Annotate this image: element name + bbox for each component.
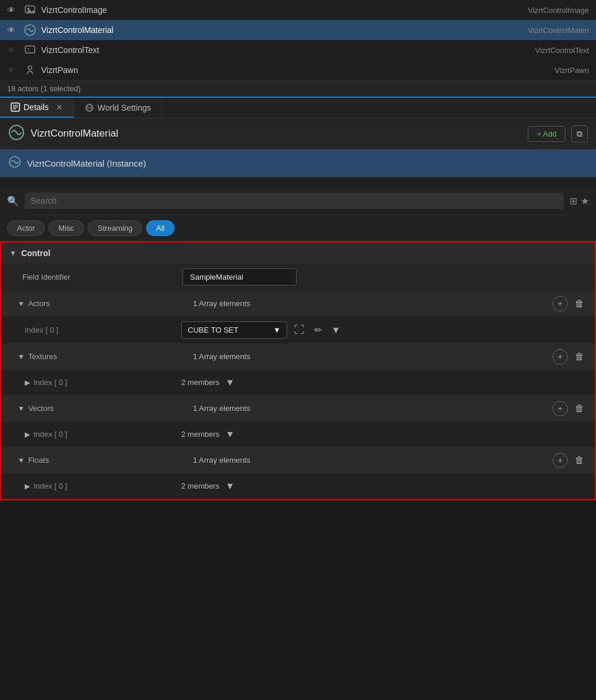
textures-members: 2 members ▼: [181, 376, 237, 389]
textures-add-button[interactable]: ＋: [552, 349, 568, 364]
control-section-header[interactable]: ▼ Control: [1, 243, 595, 264]
actors-index0-row: Index [ 0 ] CUBE TO SET ▼ ⛶ ✏ ▼: [1, 317, 595, 344]
textures-delete-button[interactable]: 🗑: [572, 350, 587, 363]
vectors-delete-button[interactable]: 🗑: [572, 402, 587, 415]
actor-count-bar: 18 actors (1 selected): [0, 81, 596, 98]
vectors-members: 2 members ▼: [181, 428, 237, 441]
vectors-index0-dropdown[interactable]: ▼: [223, 428, 237, 441]
tab-world-settings[interactable]: World Settings: [74, 98, 162, 118]
actors-index0-label: Index [ 0 ]: [25, 326, 181, 334]
filter-misc[interactable]: Misc: [48, 220, 84, 236]
vectors-index0-chevron[interactable]: ▶: [25, 430, 30, 439]
actors-add-button[interactable]: ＋: [552, 296, 568, 311]
actor-icon-material: [24, 24, 36, 37]
svg-point-6: [28, 66, 32, 69]
eye-icon[interactable]: 👁: [7, 25, 19, 35]
search-icon: 🔍: [7, 195, 19, 207]
expand-icon-button[interactable]: ⧉: [571, 125, 588, 142]
floats-index0-label: ▶ Index [ 0 ]: [25, 482, 181, 490]
actors-delete-button[interactable]: 🗑: [572, 297, 587, 310]
vectors-label: Vectors: [28, 404, 193, 413]
textures-value: 1 Array elements ＋ 🗑: [193, 349, 587, 364]
eye-icon-text[interactable]: 👁: [7, 45, 19, 55]
actor-type-pawn: VizrtPawn: [555, 66, 589, 75]
vectors-index0-value: 2 members ▼: [181, 428, 587, 441]
filter-streaming[interactable]: Streaming: [88, 220, 142, 236]
actors-row: ▼ Actors 1 Array elements ＋ 🗑: [1, 291, 595, 317]
floats-row: ▼ Floats 1 Array elements ＋ 🗑: [1, 447, 595, 473]
textures-index0-chevron[interactable]: ▶: [25, 379, 30, 387]
actor-icon-image: [24, 4, 36, 16]
field-identifier-value: [182, 268, 587, 286]
vectors-row: ▼ Vectors 1 Array elements ＋ 🗑: [1, 396, 595, 422]
vectors-value: 1 Array elements ＋ 🗑: [193, 401, 587, 416]
search-actions: ⊞ ★: [570, 195, 589, 207]
actor-name: VizrtControlImage: [41, 5, 523, 15]
textures-chevron[interactable]: ▼: [18, 353, 25, 361]
floats-members-count: 2 members: [181, 482, 219, 490]
actor-type-text: VizrtControlText: [535, 46, 589, 55]
cube-to-set-dropdown[interactable]: CUBE TO SET ▼: [181, 321, 287, 339]
filter-bar: Actor Misc Streaming All: [0, 215, 596, 241]
svg-text:T: T: [27, 47, 30, 52]
floats-value: 1 Array elements ＋ 🗑: [193, 453, 587, 468]
close-icon[interactable]: ✕: [56, 102, 63, 112]
textures-index0-label-text: Index [ 0 ]: [34, 378, 67, 387]
vectors-chevron[interactable]: ▼: [18, 404, 25, 413]
tab-bar: Details ✕ World Settings: [0, 98, 596, 118]
floats-index0-chevron[interactable]: ▶: [25, 482, 30, 490]
actors-label: Actors: [28, 299, 193, 308]
floats-delete-button[interactable]: 🗑: [572, 454, 587, 467]
field-identifier-label: Field Identifier: [18, 273, 182, 281]
actors-index0-label-text: Index [ 0 ]: [25, 326, 58, 334]
actors-index0-expand[interactable]: ▼: [329, 324, 343, 337]
tab-details[interactable]: Details ✕: [0, 98, 74, 118]
actors-array-info: 1 Array elements: [193, 299, 548, 308]
textures-index0-value: 2 members ▼: [181, 376, 587, 389]
grid-view-button[interactable]: ⊞: [570, 195, 577, 207]
actor-name-text: VizrtControlText: [41, 45, 530, 55]
add-button[interactable]: + Add: [528, 126, 565, 142]
snap-to-object-button[interactable]: ⛶: [292, 323, 307, 337]
eye-icon[interactable]: 👁: [7, 5, 19, 15]
actor-row-selected[interactable]: 👁 VizrtControlMaterial VizrtControlMater…: [0, 20, 596, 40]
floats-chevron[interactable]: ▼: [18, 456, 25, 465]
actor-row-text[interactable]: 👁 T VizrtControlText VizrtControlText: [0, 40, 596, 60]
floats-add-button[interactable]: ＋: [552, 453, 568, 468]
pick-actor-button[interactable]: ✏: [312, 323, 324, 337]
vectors-index0-label-text: Index [ 0 ]: [34, 430, 67, 439]
control-chevron: ▼: [9, 249, 16, 257]
textures-index0-dropdown[interactable]: ▼: [223, 376, 237, 389]
vectors-array-info: 1 Array elements: [193, 404, 548, 413]
favorites-button[interactable]: ★: [581, 195, 589, 207]
floats-members: 2 members ▼: [181, 480, 237, 493]
cube-to-set-label: CUBE TO SET: [188, 326, 238, 334]
vectors-members-count: 2 members: [181, 430, 219, 439]
actor-count-label: 18 actors (1 selected): [7, 84, 81, 93]
spacer: [0, 177, 596, 187]
actor-name-pawn: VizrtPawn: [41, 65, 550, 75]
world-icon: [85, 103, 94, 112]
actor-icon-pawn: [24, 64, 36, 77]
actors-value: 1 Array elements ＋ 🗑: [193, 296, 587, 311]
floats-index0-dropdown[interactable]: ▼: [223, 480, 237, 493]
details-panel: ▼ Control Field Identifier ▼ Actors 1 Ar…: [0, 241, 596, 500]
vectors-add-button[interactable]: ＋: [552, 401, 568, 416]
textures-label: Textures: [28, 352, 193, 361]
eye-icon-pawn[interactable]: 👁: [7, 65, 19, 75]
instance-name: VizrtControlMaterial (Instance): [27, 158, 146, 168]
actor-list: 👁 VizrtControlImage VizrtControlImage 👁 …: [0, 0, 596, 81]
instance-row[interactable]: VizrtControlMaterial (Instance): [0, 150, 596, 177]
textures-index0-row: ▶ Index [ 0 ] 2 members ▼: [1, 370, 595, 396]
actor-row[interactable]: 👁 VizrtControlImage VizrtControlImage: [0, 0, 596, 20]
search-input[interactable]: [25, 193, 564, 209]
filter-actor[interactable]: Actor: [7, 220, 45, 236]
field-identifier-input[interactable]: [182, 268, 297, 286]
actor-row-pawn[interactable]: 👁 VizrtPawn VizrtPawn: [0, 60, 596, 80]
dropdown-chevron: ▼: [273, 326, 281, 334]
actor-type-material: VizrtControlMateri: [528, 26, 589, 35]
tab-details-label: Details: [24, 102, 49, 112]
textures-row: ▼ Textures 1 Array elements ＋ 🗑: [1, 344, 595, 370]
filter-all[interactable]: All: [146, 220, 174, 236]
actors-chevron[interactable]: ▼: [18, 300, 25, 308]
